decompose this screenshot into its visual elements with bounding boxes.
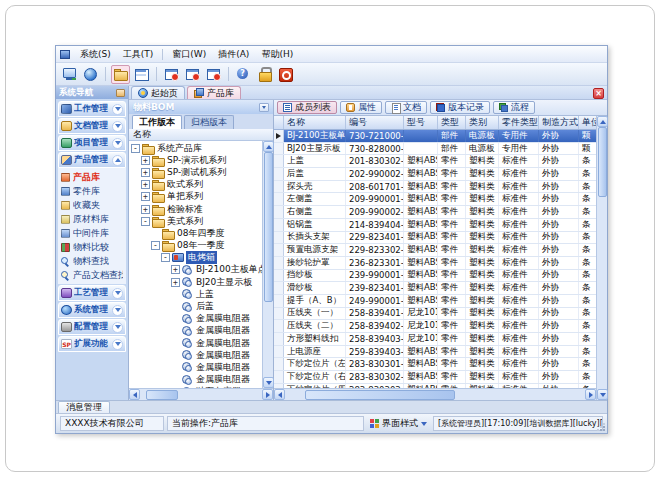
tree-expander[interactable]: -: [141, 217, 150, 226]
sidebar-group-header[interactable]: 配置管理: [58, 319, 126, 335]
table-row[interactable]: 提手（A、B）249-990001-01X塑料ABS零件塑料类标准件外协条: [274, 295, 596, 308]
tree-node[interactable]: -电烤箱: [129, 252, 262, 264]
detail-tab[interactable]: 成员列表: [277, 101, 337, 114]
chevron-down-icon[interactable]: [112, 305, 123, 316]
menu-item[interactable]: 系统(S): [74, 47, 117, 62]
sidebar-group-header[interactable]: 工作管理: [58, 101, 126, 117]
column-header[interactable]: 单位: [579, 116, 596, 129]
chevron-down-icon[interactable]: [112, 138, 123, 149]
menu-item[interactable]: 工具(T): [117, 47, 160, 62]
version-tab[interactable]: 工作版本: [132, 115, 182, 129]
tree-node[interactable]: +BJ20主显示板: [129, 276, 262, 288]
sidebar-item-产品库[interactable]: 产品库: [58, 170, 126, 184]
tree-node[interactable]: 后盖: [129, 300, 262, 312]
open-folder-button[interactable]: [111, 65, 130, 84]
chevron-down-icon[interactable]: [112, 121, 123, 132]
tree-node[interactable]: +SP-测试机系列: [129, 166, 262, 178]
column-header[interactable]: 类别: [466, 116, 499, 129]
tree-node[interactable]: +欧式系列: [129, 179, 262, 191]
menu-item[interactable]: 帮助(H): [255, 47, 299, 62]
sidebar-group-header[interactable]: 项目管理: [58, 135, 126, 151]
tree-node[interactable]: 金属膜电阻器: [129, 374, 262, 386]
tree-expander[interactable]: -: [131, 144, 140, 153]
chevron-down-icon[interactable]: [112, 104, 123, 115]
table-row[interactable]: 左侧盖209-990001-01X塑料ABS零件塑料类标准件外协条: [274, 193, 596, 206]
scroll-track[interactable]: [285, 389, 305, 400]
scroll-thumb[interactable]: [264, 152, 273, 302]
grid-vscrollbar[interactable]: [596, 116, 607, 400]
tree-expander[interactable]: +: [141, 180, 150, 189]
scroll-up-button[interactable]: [597, 116, 608, 127]
doc-tab[interactable]: 产品库: [187, 86, 241, 99]
table-row[interactable]: 下纱定位片（左）283-830301-00X塑料ABS零件塑料类标准件外协条: [274, 358, 596, 371]
scroll-track[interactable]: [263, 302, 273, 377]
tree-node[interactable]: -08年一季度: [129, 240, 262, 252]
table-row[interactable]: 探头壳208-601701-01X塑料ABS零件塑料类标准件外协条: [274, 181, 596, 194]
tree-expander[interactable]: +: [141, 168, 150, 177]
table-row[interactable]: BJ20主显示板730-828000-04X部件电源板专用件外协颗: [274, 143, 596, 156]
window-badge-button[interactable]: [183, 65, 202, 84]
lock-button[interactable]: [255, 65, 274, 84]
tree-node[interactable]: 金属膜电阻器: [129, 349, 262, 361]
power-button[interactable]: [276, 65, 295, 84]
sidebar-menu-button[interactable]: [116, 89, 125, 97]
sidebar-group-header[interactable]: 产品管理: [58, 152, 126, 168]
detail-tab[interactable]: 文档: [385, 101, 427, 114]
scroll-thumb[interactable]: [598, 127, 607, 197]
doc-tab[interactable]: 起始页: [131, 86, 185, 99]
table-row[interactable]: 压线夹（一）258-839401-00X尼龙1010零件塑料类标准件外协条: [274, 308, 596, 321]
tree-expander[interactable]: -: [151, 241, 160, 250]
table-row[interactable]: 后盖202-990002-01X塑料ABS零件塑料类标准件外协条: [274, 168, 596, 181]
table-row[interactable]: 铝锅盖214-839404-01X塑料ABS零件塑料类标准件外协条: [274, 219, 596, 232]
scroll-down-button[interactable]: [263, 377, 274, 388]
sidebar-item-产品文档查找[interactable]: 产品文档查找: [58, 268, 126, 282]
sidebar-group-header[interactable]: SP扩展功能: [58, 336, 126, 352]
table-row[interactable]: 右侧盖209-990002-01X塑料ABS零件塑料类标准件外协条: [274, 206, 596, 219]
version-tab[interactable]: 归档版本: [184, 115, 234, 129]
tree-expander[interactable]: +: [171, 265, 180, 274]
scroll-thumb[interactable]: [305, 390, 455, 400]
grid-window-button[interactable]: [132, 65, 151, 84]
tree-node[interactable]: +单把系列: [129, 191, 262, 203]
grid-hscrollbar[interactable]: [274, 388, 596, 400]
menu-item[interactable]: 插件(A): [212, 47, 255, 62]
scroll-down-button[interactable]: [597, 389, 608, 400]
window-badge-button[interactable]: [204, 65, 223, 84]
tree-column-header[interactable]: 名称: [129, 129, 273, 141]
column-header[interactable]: 制造方式: [539, 116, 579, 129]
menu-item[interactable]: 窗口(W): [166, 47, 212, 62]
scroll-track[interactable]: [597, 197, 607, 389]
scroll-thumb[interactable]: [146, 390, 178, 400]
tree-node[interactable]: +检验标准: [129, 203, 262, 215]
sidebar-item-零件库[interactable]: 零件库: [58, 184, 126, 198]
detail-tab[interactable]: 流程: [493, 101, 535, 114]
sidebar-item-原材料库[interactable]: 原材料库: [58, 212, 126, 226]
scroll-right-button[interactable]: [262, 389, 273, 400]
tree-node[interactable]: 金属膜电阻器: [129, 337, 262, 349]
tree-node[interactable]: -美式系列: [129, 215, 262, 227]
bom-panel-collapse-button[interactable]: [259, 103, 269, 112]
column-header[interactable]: 类型: [438, 116, 466, 129]
tree-expander[interactable]: -: [161, 253, 170, 262]
tree-expander[interactable]: +: [171, 278, 180, 287]
tree-expander[interactable]: +: [141, 192, 150, 201]
scroll-track[interactable]: [455, 389, 585, 400]
tree-node[interactable]: 金属膜电阻器: [129, 325, 262, 337]
tree-node[interactable]: 金属膜电阻器: [129, 361, 262, 373]
sidebar-item-收藏夹[interactable]: 收藏夹: [58, 198, 126, 212]
tree-node[interactable]: +SP-演示机系列: [129, 154, 262, 166]
column-header[interactable]: 零件类型: [499, 116, 539, 129]
help-button[interactable]: [234, 65, 253, 84]
sidebar-group-header[interactable]: 工艺管理: [58, 285, 126, 301]
scroll-left-button[interactable]: [129, 389, 140, 400]
table-row[interactable]: 接纱轮护罩236-823301-00X塑料ABS零件塑料类标准件外协条: [274, 257, 596, 270]
column-header[interactable]: 型号: [404, 116, 438, 129]
scroll-track[interactable]: [178, 389, 262, 400]
detail-tab[interactable]: 版本记录: [430, 101, 490, 114]
tree-node[interactable]: -系统产品库: [129, 142, 262, 154]
tree-node[interactable]: 08年四季度: [129, 227, 262, 239]
resize-grip[interactable]: [596, 422, 605, 431]
column-header[interactable]: 名称: [284, 116, 346, 129]
table-row[interactable]: 上盖201-830302-00X塑料ABS零件塑料类标准件外协条: [274, 155, 596, 168]
detail-tab[interactable]: 属性: [340, 101, 382, 114]
